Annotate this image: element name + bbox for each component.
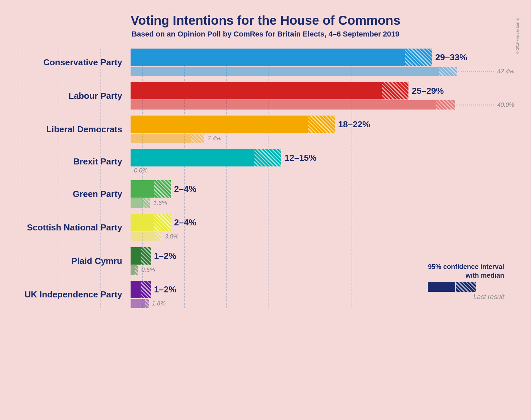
bar-hatched (154, 180, 171, 198)
last-result-label: 1.6% (153, 200, 167, 207)
bar-solid (131, 149, 254, 166)
sub-bar-solid (131, 299, 145, 308)
range-label: 12–15% (285, 153, 316, 163)
bar-hatched (141, 247, 151, 265)
bar-row: Scottish National Party2–4%3.0% (131, 214, 514, 241)
party-label: Labour Party (17, 91, 127, 101)
bar-hatched (141, 281, 151, 298)
party-label: Brexit Party (17, 156, 127, 167)
sub-bar-solid (131, 67, 439, 76)
sub-bar-hatched (135, 265, 138, 275)
range-label: 29–33% (435, 52, 467, 63)
sub-bar-solid (131, 198, 143, 208)
chart-subtitle: Based on an Opinion Poll by ComRes for B… (17, 30, 514, 39)
sub-bar-hatched (436, 100, 455, 110)
range-label: 2–4% (174, 217, 197, 228)
bar-solid (131, 247, 141, 265)
bar-hatched (154, 214, 171, 231)
sub-bar-hatched (439, 67, 457, 76)
last-result-label: 7.4% (208, 135, 221, 142)
party-label: Conservative Party (17, 57, 127, 68)
sub-bar-hatched (191, 134, 204, 143)
bar-solid (131, 116, 308, 133)
dotted-extension (458, 71, 494, 72)
last-result-label: 3.0% (165, 233, 178, 240)
sub-bar-solid (131, 134, 191, 143)
bar-row: Brexit Party12–15%0.0% (131, 149, 514, 174)
sub-bar-hatched (143, 198, 150, 208)
bar-solid (131, 281, 141, 298)
sub-bar-hatched (155, 232, 161, 241)
bar-row: Conservative Party29–33%42.4% (131, 49, 514, 76)
range-label: 18–22% (338, 119, 370, 130)
bar-solid (131, 214, 154, 231)
range-label: 1–2% (154, 284, 176, 295)
sub-bar-solid (131, 232, 155, 241)
last-result-label: 1.8% (152, 300, 166, 307)
party-label: UK Independence Party (17, 289, 127, 300)
last-result-label: 42.4% (497, 68, 514, 75)
range-label: 1–2% (154, 251, 176, 261)
party-label: Scottish National Party (17, 222, 127, 233)
bar-solid (131, 49, 405, 66)
bar-row: UK Independence Party1–2%1.8% (131, 281, 514, 308)
bar-row: Labour Party25–29%40.0% (131, 82, 514, 110)
bar-hatched (382, 82, 408, 99)
bar-hatched (308, 116, 335, 133)
sub-bar-solid (131, 265, 135, 275)
bar-hatched (405, 49, 432, 66)
chart-title: Voting Intentions for the House of Commo… (17, 13, 514, 28)
party-label: Plaid Cymru (17, 256, 127, 266)
sub-bar-solid (131, 100, 436, 110)
bar-row: Liberal Democrats18–22%7.4% (131, 116, 514, 143)
bar-row: Plaid Cymru1–2%0.5% (131, 247, 514, 275)
bar-solid (131, 82, 382, 99)
bar-row: Green Party2–4%1.6% (131, 180, 514, 208)
range-label: 25–29% (412, 86, 444, 96)
last-result-label: 0.5% (141, 267, 155, 274)
copyright-text: © 2019 Filip van Laenen (516, 17, 519, 54)
party-label: Green Party (17, 189, 127, 199)
last-result-label: 40.0% (497, 101, 514, 109)
party-label: Liberal Democrats (17, 124, 127, 135)
bar-hatched (254, 149, 281, 166)
sub-bar-hatched (145, 299, 149, 308)
dotted-extension (456, 104, 494, 106)
bar-solid (131, 180, 154, 198)
last-result-label: 0.0% (134, 167, 148, 174)
range-label: 2–4% (174, 184, 197, 194)
